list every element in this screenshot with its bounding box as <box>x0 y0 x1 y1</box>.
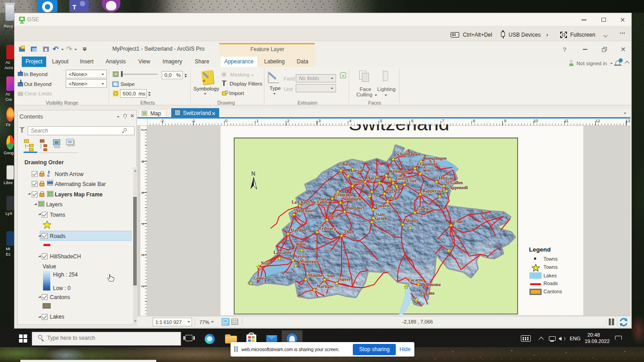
svg-text:Aarau: Aarau <box>367 176 380 181</box>
svg-text:Solothurn: Solothurn <box>343 197 361 201</box>
svg-text:Herisau: Herisau <box>439 176 454 181</box>
svg-text:Luzern: Luzern <box>375 204 389 208</box>
svg-text:Rapperswil: Rapperswil <box>423 189 444 193</box>
svg-text:Burgdorf: Burgdorf <box>347 206 365 210</box>
svg-text:Frauenfeld: Frauenfeld <box>417 162 438 167</box>
svg-text:Zürich: Zürich <box>395 176 408 181</box>
svg-text:Liestal: Liestal <box>351 168 363 173</box>
svg-text:Horgen: Horgen <box>386 188 400 192</box>
svg-text:Martigny: Martigny <box>317 284 334 289</box>
svg-text:Thun: Thun <box>344 230 354 234</box>
svg-text:Locarno: Locarno <box>408 278 424 282</box>
svg-text:Sarnen: Sarnen <box>374 216 388 221</box>
svg-text:Vevey: Vevey <box>295 254 306 259</box>
svg-text:Zug: Zug <box>389 195 397 200</box>
svg-text:Kreuzlingen: Kreuzlingen <box>424 156 447 161</box>
svg-text:Bellinzona: Bellinzona <box>421 282 441 287</box>
svg-text:Neuchâtel: Neuchâtel <box>296 209 314 213</box>
svg-text:Montreux: Montreux <box>300 259 318 264</box>
svg-text:Fribourg: Fribourg <box>319 226 336 231</box>
svg-text:Basel: Basel <box>342 162 352 167</box>
svg-text:Sion: Sion <box>327 274 336 278</box>
svg-text:Nyon: Nyon <box>261 261 271 266</box>
svg-text:Yverdon: Yverdon <box>290 228 306 233</box>
svg-text:Olten: Olten <box>354 180 365 185</box>
svg-text:Wettingen: Wettingen <box>389 169 408 174</box>
svg-text:Uster: Uster <box>407 179 417 183</box>
svg-text:Lugano: Lugano <box>420 291 434 295</box>
svg-text:Monthey: Monthey <box>308 273 325 278</box>
svg-text:Bulle: Bulle <box>296 242 306 247</box>
svg-text:Chur: Chur <box>453 219 463 224</box>
svg-text:St.Gallen: St.Gallen <box>446 181 463 185</box>
svg-text:Appenzell: Appenzell <box>449 186 468 190</box>
svg-text:Schaffhausen: Schaffhausen <box>396 152 421 157</box>
svg-text:Lausanne: Lausanne <box>274 250 292 255</box>
svg-text:Bern: Bern <box>329 214 339 219</box>
svg-text:N: N <box>251 171 255 177</box>
svg-text:Sierre: Sierre <box>339 277 351 282</box>
svg-text:Wil: Wil <box>423 168 430 173</box>
svg-text:Genève: Genève <box>254 276 267 281</box>
svg-text:La Chaux-de-Fonds: La Chaux-de-Fonds <box>292 200 328 205</box>
svg-text:Altdorf: Altdorf <box>405 219 419 223</box>
svg-text:Glarus: Glarus <box>417 207 430 211</box>
